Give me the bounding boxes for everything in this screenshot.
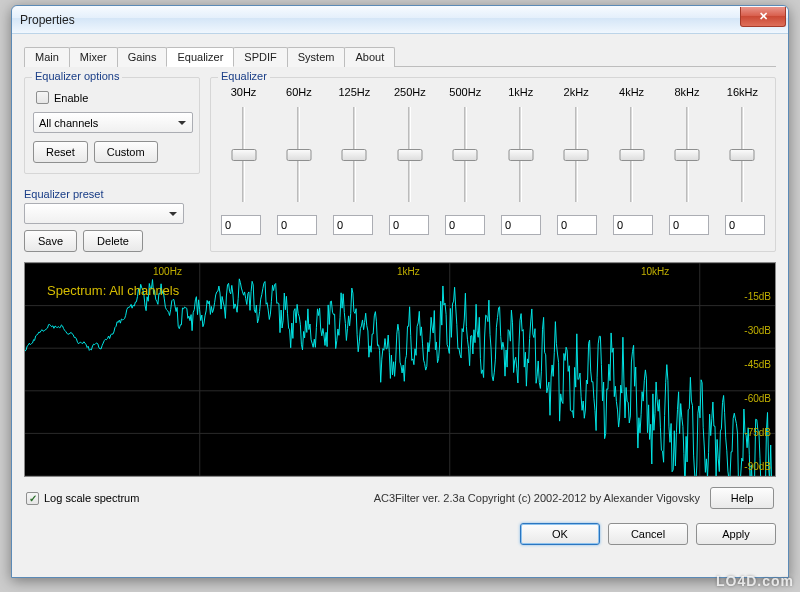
value-input-125Hz[interactable] bbox=[333, 215, 373, 235]
footer-row: Log scale spectrum AC3Filter ver. 2.3a C… bbox=[24, 485, 776, 509]
tab-gains[interactable]: Gains bbox=[117, 47, 168, 67]
freq-label-250Hz: 250Hz bbox=[387, 86, 432, 98]
save-button[interactable]: Save bbox=[24, 230, 77, 252]
slider-250Hz[interactable] bbox=[387, 102, 432, 207]
freq-label-8kHz: 8kHz bbox=[665, 86, 710, 98]
chevron-down-icon bbox=[174, 114, 189, 131]
y-tick-15db: -15dB bbox=[744, 291, 771, 302]
freq-label-2kHz: 2kHz bbox=[554, 86, 599, 98]
value-input-2kHz[interactable] bbox=[557, 215, 597, 235]
tab-about[interactable]: About bbox=[344, 47, 395, 67]
log-scale-checkbox[interactable] bbox=[26, 492, 39, 505]
slider-thumb-icon bbox=[730, 149, 755, 161]
slider-8kHz[interactable] bbox=[665, 102, 710, 207]
slider-thumb-icon bbox=[397, 149, 422, 161]
channels-select-value: All channels bbox=[39, 117, 98, 129]
enable-checkbox[interactable] bbox=[36, 91, 49, 104]
ok-button[interactable]: OK bbox=[520, 523, 600, 545]
slider-thumb-icon bbox=[342, 149, 367, 161]
x-tick-1khz: 1kHz bbox=[397, 266, 420, 277]
slider-125Hz[interactable] bbox=[332, 102, 377, 207]
cancel-button[interactable]: Cancel bbox=[608, 523, 688, 545]
slider-thumb-icon bbox=[286, 149, 311, 161]
custom-button[interactable]: Custom bbox=[94, 141, 158, 163]
titlebar[interactable]: Properties ✕ bbox=[12, 6, 788, 34]
tab-spdif[interactable]: SPDIF bbox=[233, 47, 287, 67]
eq-options-legend: Equalizer options bbox=[32, 70, 122, 82]
y-tick-45db: -45dB bbox=[744, 359, 771, 370]
value-input-8kHz[interactable] bbox=[669, 215, 709, 235]
slider-thumb-icon bbox=[619, 149, 644, 161]
freq-label-500Hz: 500Hz bbox=[443, 86, 488, 98]
apply-button[interactable]: Apply bbox=[696, 523, 776, 545]
delete-button[interactable]: Delete bbox=[83, 230, 143, 252]
slider-thumb-icon bbox=[508, 149, 533, 161]
equalizer-options-group: Equalizer options Enable All channels Re… bbox=[24, 77, 200, 174]
eq-preset-legend: Equalizer preset bbox=[24, 188, 200, 200]
slider-4kHz[interactable] bbox=[609, 102, 654, 207]
x-tick-10khz: 10kHz bbox=[641, 266, 669, 277]
slider-thumb-icon bbox=[564, 149, 589, 161]
reset-button[interactable]: Reset bbox=[33, 141, 88, 163]
value-input-60Hz[interactable] bbox=[277, 215, 317, 235]
preset-select[interactable] bbox=[24, 203, 184, 224]
freq-label-4kHz: 4kHz bbox=[609, 86, 654, 98]
equalizer-group: Equalizer 30Hz60Hz125Hz250Hz500Hz1kHz2kH… bbox=[210, 77, 776, 252]
freq-label-30Hz: 30Hz bbox=[221, 86, 266, 98]
freq-label-16kHz: 16kHz bbox=[720, 86, 765, 98]
client-area: Main Mixer Gains Equalizer SPDIF System … bbox=[12, 34, 788, 555]
freq-label-60Hz: 60Hz bbox=[276, 86, 321, 98]
tab-mixer[interactable]: Mixer bbox=[69, 47, 118, 67]
tabstrip: Main Mixer Gains Equalizer SPDIF System … bbox=[24, 46, 776, 67]
copyright-text: AC3Filter ver. 2.3a Copyright (c) 2002-2… bbox=[374, 492, 700, 504]
value-input-250Hz[interactable] bbox=[389, 215, 429, 235]
values-row bbox=[221, 215, 765, 235]
slider-500Hz[interactable] bbox=[443, 102, 488, 207]
properties-window: Properties ✕ Main Mixer Gains Equalizer … bbox=[11, 5, 789, 578]
value-input-500Hz[interactable] bbox=[445, 215, 485, 235]
slider-60Hz[interactable] bbox=[276, 102, 321, 207]
slider-1kHz[interactable] bbox=[498, 102, 543, 207]
sliders-row bbox=[221, 102, 765, 207]
slider-16kHz[interactable] bbox=[720, 102, 765, 207]
help-button[interactable]: Help bbox=[710, 487, 774, 509]
freq-label-125Hz: 125Hz bbox=[332, 86, 377, 98]
slider-thumb-icon bbox=[231, 149, 256, 161]
slider-2kHz[interactable] bbox=[554, 102, 599, 207]
freq-label-1kHz: 1kHz bbox=[498, 86, 543, 98]
close-button[interactable]: ✕ bbox=[740, 7, 786, 27]
value-input-16kHz[interactable] bbox=[725, 215, 765, 235]
slider-thumb-icon bbox=[453, 149, 478, 161]
y-tick-60db: -60dB bbox=[744, 393, 771, 404]
spectrum-title: Spectrum: All channels bbox=[47, 283, 179, 298]
frequency-labels: 30Hz60Hz125Hz250Hz500Hz1kHz2kHz4kHz8kHz1… bbox=[221, 86, 765, 98]
y-tick-90db: -90dB bbox=[744, 461, 771, 472]
window-title: Properties bbox=[20, 13, 75, 27]
value-input-4kHz[interactable] bbox=[613, 215, 653, 235]
value-input-1kHz[interactable] bbox=[501, 215, 541, 235]
y-tick-30db: -30dB bbox=[744, 325, 771, 336]
value-input-30Hz[interactable] bbox=[221, 215, 261, 235]
close-icon: ✕ bbox=[759, 10, 768, 23]
slider-30Hz[interactable] bbox=[221, 102, 266, 207]
log-scale-label: Log scale spectrum bbox=[44, 492, 139, 504]
enable-label: Enable bbox=[54, 92, 88, 104]
slider-thumb-icon bbox=[675, 149, 700, 161]
channels-select[interactable]: All channels bbox=[33, 112, 193, 133]
dialog-buttons: OK Cancel Apply bbox=[24, 523, 776, 545]
chevron-down-icon bbox=[165, 205, 180, 222]
tab-system[interactable]: System bbox=[287, 47, 346, 67]
tab-main[interactable]: Main bbox=[24, 47, 70, 67]
y-tick-75db: -75dB bbox=[744, 427, 771, 438]
tab-equalizer[interactable]: Equalizer bbox=[166, 47, 234, 67]
equalizer-preset-group: Equalizer preset Save Delete bbox=[24, 188, 200, 252]
x-tick-100hz: 100Hz bbox=[153, 266, 182, 277]
equalizer-legend: Equalizer bbox=[218, 70, 270, 82]
spectrum-display: Spectrum: All channels 100Hz 1kHz 10kHz … bbox=[24, 262, 776, 477]
